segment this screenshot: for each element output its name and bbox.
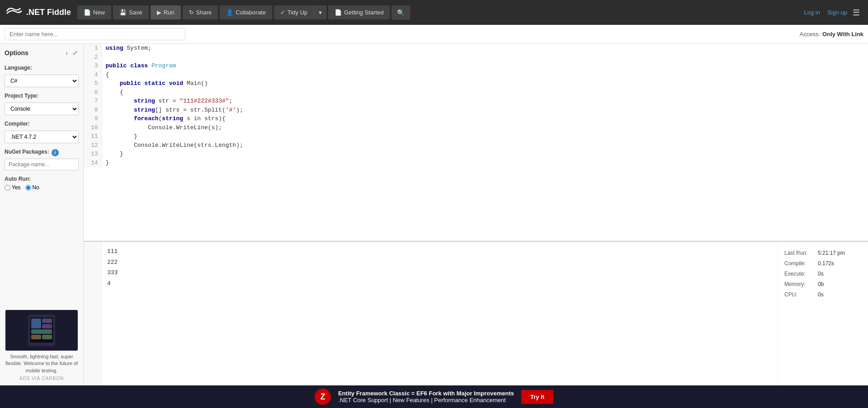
run-icon: ▶: [157, 9, 161, 16]
autorun-option: Auto Run: Yes No: [5, 176, 79, 191]
expand-sidebar-button[interactable]: ⤢: [71, 48, 79, 57]
compiler-label: Compiler:: [5, 121, 79, 127]
sub-header: Access: Only With Link: [0, 25, 868, 44]
autorun-label: Auto Run:: [5, 176, 79, 182]
tidyup-caret-button[interactable]: ▼: [314, 5, 326, 19]
share-icon: ↻: [189, 9, 194, 16]
svg-rect-5: [42, 324, 52, 328]
compiler-option: Compiler: .NET 4.7.2 .NET Core 2.x .NET …: [5, 121, 79, 143]
list-item: 4: [107, 278, 772, 289]
cpu-value: 0s: [818, 290, 824, 300]
nuget-info-icon: i: [52, 149, 59, 156]
table-row: 6 {: [84, 88, 868, 97]
collapse-sidebar-button[interactable]: ‹: [65, 48, 69, 57]
ad-area: Smooth, lightning fast, super flexible. …: [5, 310, 79, 381]
navbar: .NET Fiddle 📄 New 💾 Save ▶ Run ↻ Share 👤…: [0, 0, 868, 25]
language-label: Language:: [5, 65, 79, 71]
table-row: 5 public static void Main(): [84, 79, 868, 88]
code-table: 1using System;23public class Program4{5 …: [84, 44, 868, 167]
tidyup-button[interactable]: ✓ Tidy Up: [274, 5, 314, 19]
getting-started-button[interactable]: 📄 Getting Started: [328, 5, 390, 19]
svg-rect-7: [31, 335, 41, 339]
list-item: 222: [107, 257, 772, 267]
banner-main-text: Entity Framework Classic = EF6 Fork with…: [338, 390, 514, 397]
output-content: 1112223334: [102, 242, 778, 385]
list-item: 333: [107, 267, 772, 278]
memory-label: Memory:: [784, 279, 816, 290]
output-panel: 1112223334 Last Run: 5:21:17 pm Compile:…: [84, 242, 868, 385]
compile-stat: Compile: 0.172s: [784, 258, 862, 269]
try-it-button[interactable]: Try It: [521, 390, 553, 404]
share-button[interactable]: ↻ Share: [183, 5, 218, 19]
last-run-value: 5:21:17 pm: [818, 248, 845, 258]
ad-text: Smooth, lightning fast, super flexible. …: [5, 353, 79, 374]
banner-sub-text: .NET Core Support | New Features | Perfo…: [338, 397, 514, 403]
nuget-option: NuGet Packages: i: [5, 149, 79, 170]
banner-logo-icon: Z: [315, 389, 331, 405]
tidyup-icon: ✓: [280, 9, 285, 16]
compile-value: 0.172s: [818, 258, 834, 269]
table-row: 13 }: [84, 150, 868, 159]
access-label: Access:: [800, 31, 821, 38]
signup-link[interactable]: Sign up: [827, 9, 847, 16]
brand: .NET Fiddle: [5, 5, 71, 20]
banner-strong-text: Entity Framework Classic = EF6 Fork with…: [338, 390, 514, 397]
bottom-banner: Z Entity Framework Classic = EF6 Fork wi…: [0, 385, 868, 408]
save-icon: 💾: [119, 9, 127, 16]
table-row: 9 foreach(string s in strs){: [84, 114, 868, 123]
banner-text-group: Entity Framework Classic = EF6 Fork with…: [338, 390, 514, 403]
search-button[interactable]: 🔍: [392, 5, 410, 20]
save-button[interactable]: 💾 Save: [113, 5, 149, 19]
svg-rect-3: [31, 319, 41, 328]
execute-value: 0s: [818, 269, 824, 279]
autorun-no-option[interactable]: No: [25, 184, 39, 191]
table-row: 3public class Program: [84, 61, 868, 70]
compile-label: Compile:: [784, 258, 816, 269]
auth-links: Log in Sign up: [804, 9, 847, 16]
nuget-input[interactable]: [5, 159, 79, 170]
ad-image: [5, 310, 78, 351]
project-type-option: Project Type: Console Script MVC Nancy: [5, 93, 79, 115]
hamburger-button[interactable]: ☰: [849, 6, 863, 19]
svg-rect-4: [42, 319, 52, 323]
fiddle-name-input[interactable]: [5, 28, 185, 40]
table-row: 11 }: [84, 132, 868, 141]
collaborate-icon: 👤: [226, 9, 233, 16]
nuget-label: NuGet Packages:: [5, 149, 49, 155]
access-value: Only With Link: [822, 31, 863, 38]
table-row: 7 string str = "111#222#333#";: [84, 97, 868, 106]
autorun-yes-option[interactable]: Yes: [5, 184, 21, 191]
run-button[interactable]: ▶ Run: [151, 5, 181, 19]
sidebar-icon-group: ‹ ⤢: [65, 48, 79, 57]
tidyup-group: ✓ Tidy Up ▼: [274, 5, 326, 19]
table-row: 2: [84, 53, 868, 62]
table-row: 4{: [84, 70, 868, 80]
execute-label: Execute:: [784, 269, 816, 279]
code-editor[interactable]: 1using System;23public class Program4{5 …: [84, 44, 868, 242]
main-container: Options ‹ ⤢ Language: C# VB.NET F# Proje…: [0, 44, 868, 385]
autorun-yes-radio[interactable]: [5, 185, 10, 191]
new-icon: 📄: [84, 9, 91, 16]
compiler-select[interactable]: .NET 4.7.2 .NET Core 2.x .NET Core 3.x: [5, 131, 79, 143]
memory-stat: Memory: 0b: [784, 279, 862, 290]
language-select[interactable]: C# VB.NET F#: [5, 75, 79, 87]
login-link[interactable]: Log in: [804, 9, 820, 16]
language-option: Language: C# VB.NET F#: [5, 65, 79, 87]
memory-value: 0b: [818, 279, 824, 290]
brand-logo-icon: [5, 5, 23, 20]
editor-output-container: 1using System;23public class Program4{5 …: [84, 44, 868, 385]
sidebar-header: Options ‹ ⤢: [5, 48, 79, 57]
execute-stat: Execute: 0s: [784, 269, 862, 279]
project-type-select[interactable]: Console Script MVC Nancy: [5, 103, 79, 115]
nuget-label-row: NuGet Packages: i: [5, 149, 79, 156]
svg-rect-8: [42, 335, 52, 339]
sidebar: Options ‹ ⤢ Language: C# VB.NET F# Proje…: [0, 44, 84, 385]
last-run-label: Last Run:: [784, 248, 816, 258]
collaborate-button[interactable]: 👤 Collaborate: [220, 5, 272, 19]
svg-rect-6: [31, 329, 52, 334]
new-button[interactable]: 📄 New: [77, 5, 111, 19]
output-line-numbers: [84, 242, 102, 385]
autorun-no-radio[interactable]: [25, 185, 31, 191]
table-row: 8 string[] strs = str.Split('#');: [84, 106, 868, 115]
table-row: 10 Console.WriteLine(s);: [84, 123, 868, 132]
